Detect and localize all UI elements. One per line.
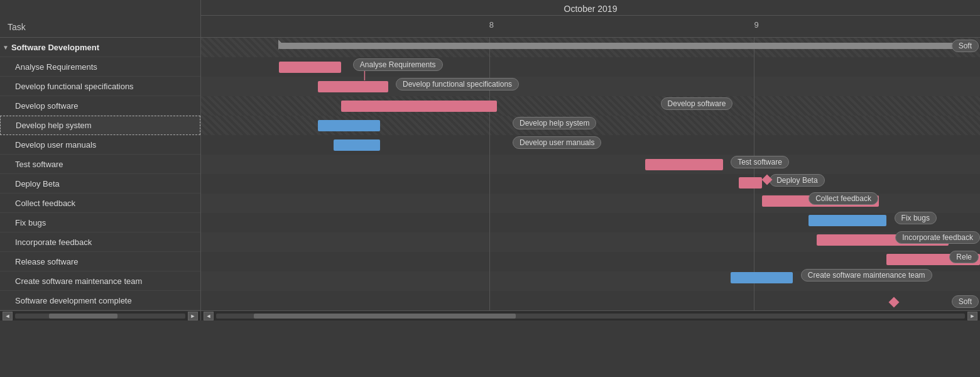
bar-dev-software[interactable] <box>341 101 497 112</box>
task-dev-complete[interactable]: Software development complete <box>0 291 200 310</box>
task-analyse-req[interactable]: Analyse Requirements <box>0 57 200 77</box>
left-scroll-thumb[interactable] <box>49 314 117 319</box>
task-test-software[interactable]: Test software <box>0 155 200 174</box>
label-software-dev: Soft <box>952 40 979 52</box>
task-dev-help[interactable]: Develop help system <box>0 116 200 135</box>
task-label: Develop software <box>15 101 78 111</box>
task-column-header: Task <box>0 0 201 37</box>
task-column-label: Task <box>8 22 26 32</box>
bar-fix-bugs[interactable] <box>808 215 886 226</box>
task-label: Collect feedback <box>15 199 75 208</box>
label-create-team: Create software maintenance team <box>801 269 932 281</box>
row-bg-13 <box>201 291 980 310</box>
bar-dev-manuals[interactable] <box>334 139 380 151</box>
task-label: Deploy Beta <box>15 179 60 188</box>
task-dev-func-spec[interactable]: Develop functional specifications <box>0 77 200 96</box>
label-dev-func-spec: Develop functional specifications <box>396 78 519 90</box>
bar-dev-help[interactable] <box>318 120 380 131</box>
scroll-left-btn-2[interactable]: ◄ <box>204 312 214 320</box>
task-label: Develop help system <box>16 121 92 130</box>
task-label: Test software <box>15 160 63 169</box>
label-dev-software: Develop software <box>661 97 733 110</box>
scroll-right-btn[interactable]: ► <box>188 312 198 320</box>
collapse-icon[interactable]: ▼ <box>3 44 9 51</box>
task-label: Develop user manuals <box>15 140 96 150</box>
task-fix-bugs[interactable]: Fix bugs <box>0 213 200 232</box>
chart-header: Task October 2019 8 9 <box>0 0 980 38</box>
task-group-software-dev[interactable]: ▼ Software Development <box>0 38 200 57</box>
label-collect-feedback: Collect feedback <box>808 192 878 205</box>
task-label: Develop functional specifications <box>15 82 134 91</box>
main-content: ▼ Software Development Analyse Requireme… <box>0 38 980 310</box>
day-9-marker: 9 <box>754 16 758 33</box>
task-list: ▼ Software Development Analyse Requireme… <box>0 38 201 310</box>
right-scrollbar: ◄ ► <box>201 311 980 320</box>
task-collect-feedback[interactable]: Collect feedback <box>0 194 200 213</box>
label-release-software: Rele <box>949 251 979 263</box>
day-8-marker: 8 <box>489 16 494 33</box>
row-bg-3 <box>201 96 980 116</box>
label-dev-manuals: Develop user manuals <box>513 136 601 149</box>
task-group-label: Software Development <box>11 43 99 52</box>
scroll-right-btn-2[interactable]: ► <box>967 312 977 320</box>
task-create-team[interactable]: Create software maintenance team <box>0 271 200 291</box>
scroll-left-btn[interactable]: ◄ <box>3 312 13 320</box>
label-deploy-beta: Deploy Beta <box>770 174 824 187</box>
task-label: Fix bugs <box>15 218 46 227</box>
label-dev-complete: Soft <box>952 295 979 308</box>
days-row: 8 9 <box>201 16 980 33</box>
bar-analyse-req[interactable] <box>279 62 341 73</box>
gantt-chart: Task October 2019 8 9 ▼ Software Develop… <box>0 0 980 320</box>
gantt-chart-area: Soft Analyse Requirements Develop functi… <box>201 38 980 310</box>
task-release-software[interactable]: Release software <box>0 252 200 271</box>
bar-dev-func-spec[interactable] <box>318 81 388 92</box>
label-analyse-req: Analyse Requirements <box>353 58 443 71</box>
task-label: Software development complete <box>15 296 132 305</box>
timeline-header: October 2019 8 9 <box>201 0 980 37</box>
label-incorporate-feedback: Incorporate feedback <box>895 231 980 244</box>
month-label: October 2019 <box>201 0 980 16</box>
grid-line-day9 <box>754 38 754 310</box>
row-bg-7 <box>201 174 980 194</box>
task-incorporate-feedback[interactable]: Incorporate feedback <box>0 232 200 252</box>
right-scroll-track[interactable] <box>216 314 965 319</box>
left-scrollbar: ◄ ► <box>0 311 201 320</box>
task-label: Incorporate feedback <box>15 238 92 247</box>
bar-create-team[interactable] <box>731 272 793 283</box>
summary-bar-software-dev <box>279 43 972 49</box>
task-dev-manuals[interactable]: Develop user manuals <box>0 135 200 155</box>
bar-deploy-beta[interactable] <box>739 177 762 188</box>
label-fix-bugs: Fix bugs <box>895 212 937 224</box>
label-dev-help: Develop help system <box>513 117 596 129</box>
task-dev-software[interactable]: Develop software <box>0 96 200 116</box>
task-label: Release software <box>15 257 78 266</box>
task-label: Analyse Requirements <box>15 62 97 72</box>
task-deploy-beta[interactable]: Deploy Beta <box>0 174 200 194</box>
scrollbar-row: ◄ ► ◄ ► <box>0 310 980 320</box>
task-label: Create software maintenance team <box>15 276 142 286</box>
row-bg-6 <box>201 155 980 174</box>
right-scroll-thumb[interactable] <box>254 314 516 319</box>
label-test-software: Test software <box>731 156 789 168</box>
bar-test-software[interactable] <box>645 159 723 170</box>
left-scroll-track[interactable] <box>15 314 185 319</box>
